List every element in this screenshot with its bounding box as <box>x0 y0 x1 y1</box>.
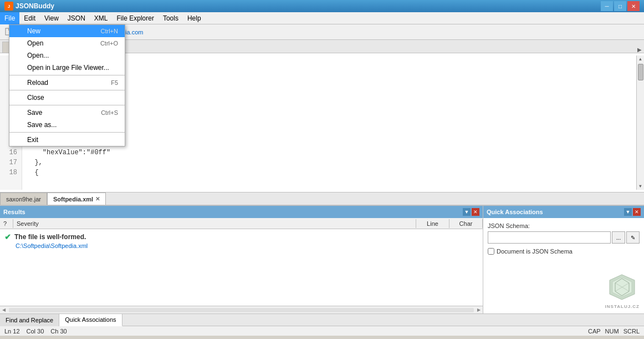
file-tab-saxon[interactable]: saxon9he.jar <box>0 193 47 205</box>
bottom-tab-find-replace[interactable]: Find and Replace <box>0 314 59 326</box>
app-icon: J <box>4 2 13 11</box>
status-col: Col 30 <box>27 328 44 335</box>
menu-item-view[interactable]: View <box>40 12 63 24</box>
qa-is-schema-checkbox[interactable] <box>488 248 494 255</box>
menu-item-file-explorer[interactable]: File Explorer <box>113 12 159 24</box>
menu-item-file[interactable]: File <box>0 12 19 24</box>
menu-sep-2 <box>9 90 125 90</box>
scroll-thumb-v[interactable] <box>638 64 643 80</box>
results-title: Results <box>3 209 25 215</box>
results-scrollbar[interactable]: ◀ ▶ <box>0 306 483 313</box>
result-check-icon: ✔ <box>4 232 11 241</box>
menu-save[interactable]: Save Ctrl+S <box>9 107 125 119</box>
qa-checkbox-row: Document is JSON Schema <box>488 248 640 255</box>
qa-close-btn[interactable]: ✕ <box>633 208 641 216</box>
status-bar: Ln 12 Col 30 Ch 30 CAP NUM SCRL <box>0 326 644 336</box>
status-ch: Ch 30 <box>50 328 67 335</box>
qa-pin-btn[interactable]: ▼ <box>624 208 632 216</box>
bottom-panel-tabs: Find and Replace Quick Associations <box>0 313 644 326</box>
results-panel: Results ▼ ✕ ? Severity Line Char ✔ The f… <box>0 206 483 313</box>
bottom-tab-quick-associations[interactable]: Quick Associations <box>59 314 122 326</box>
qa-input-row: ... ✎ <box>488 231 640 244</box>
menu-item-tools[interactable]: Tools <box>159 12 183 24</box>
menu-item-xml[interactable]: XML <box>90 12 113 24</box>
watermark: INSTALUJ.CZ <box>605 272 640 309</box>
menu-new[interactable]: New Ctrl+N <box>9 25 125 37</box>
tab-arrow: ▶ <box>637 47 642 53</box>
menu-item-json[interactable]: JSON <box>63 12 90 24</box>
bottom-area: Results ▼ ✕ ? Severity Line Char ✔ The f… <box>0 205 644 313</box>
qa-schema-input[interactable] <box>488 231 611 244</box>
results-pin-btn[interactable]: ▼ <box>463 208 471 216</box>
menu-item-edit[interactable]: Edit <box>19 12 40 24</box>
result-row-wellformed: ✔ The file is well-formed. <box>4 231 478 242</box>
col-severity: Severity <box>13 219 416 228</box>
file-dropdown-menu: New Ctrl+N Open Ctrl+O Open... Open in L… <box>9 24 125 146</box>
menu-sep-1 <box>9 75 125 75</box>
col-line: Line <box>416 219 449 228</box>
menu-bar: File Edit View JSON XML File Explorer To… <box>0 12 644 24</box>
results-table-header: ? Severity Line Char <box>0 218 483 229</box>
qa-body: JSON Schema: ... ✎ Document is JSON Sche… <box>483 218 644 267</box>
col-question: ? <box>0 219 13 228</box>
scroll-up-arrow[interactable]: ▲ <box>638 55 643 63</box>
menu-close[interactable]: Close <box>9 92 125 104</box>
results-close-btn[interactable]: ✕ <box>472 208 479 216</box>
col-char: Char <box>449 219 483 228</box>
close-button[interactable]: ✕ <box>627 1 640 11</box>
menu-open-large[interactable]: Open in Large File Viewer... <box>9 62 125 74</box>
minimize-button[interactable]: ─ <box>601 1 613 11</box>
menu-open[interactable]: Open Ctrl+O <box>9 37 125 49</box>
qa-checkbox-label: Document is JSON Schema <box>497 248 573 255</box>
status-scrl: SCRL <box>623 328 640 335</box>
menu-item-help[interactable]: Help <box>183 12 206 24</box>
file-tab-softpedia[interactable]: Softpedia.xml ✕ <box>47 193 106 205</box>
qa-title: Quick Associations <box>487 209 543 215</box>
file-tab-close-softpedia[interactable]: ✕ <box>95 196 100 202</box>
qa-schema-label: JSON Schema: <box>488 222 640 229</box>
result-status-text: The file is well-formed. <box>14 233 86 241</box>
menu-sep-4 <box>9 132 125 133</box>
menu-reload[interactable]: Reload F5 <box>9 77 125 89</box>
qa-panel-header: Quick Associations ▼ ✕ <box>483 206 644 218</box>
title-bar: J JSONBuddy ─ □ ✕ <box>0 0 644 12</box>
status-num: NUM <box>605 328 619 335</box>
app-title: JSONBuddy <box>16 2 54 10</box>
menu-save-as[interactable]: Save as... <box>9 119 125 131</box>
vertical-scrollbar[interactable]: ▲ ▼ <box>636 55 644 190</box>
menu-sep-3 <box>9 105 125 105</box>
menu-open-ellipsis[interactable]: Open... <box>9 49 125 62</box>
status-cap: CAP <box>588 328 601 335</box>
file-tabs: saxon9he.jar Softpedia.xml ✕ <box>0 192 644 205</box>
maximize-button[interactable]: □ <box>614 1 626 11</box>
results-body: ✔ The file is well-formed. C:\Softpedia\… <box>0 229 483 306</box>
scroll-down-arrow[interactable]: ▼ <box>638 183 643 190</box>
quick-associations-panel: Quick Associations ▼ ✕ JSON Schema: ... … <box>483 206 644 313</box>
result-file-path[interactable]: C:\Softpedia\Softpedia.xml <box>16 242 478 249</box>
qa-edit-btn[interactable]: ✎ <box>626 231 640 244</box>
status-ln: Ln 12 <box>4 328 20 335</box>
qa-browse-btn[interactable]: ... <box>612 231 625 244</box>
results-panel-header: Results ▼ ✕ <box>0 206 483 218</box>
menu-exit[interactable]: Exit <box>9 134 125 146</box>
